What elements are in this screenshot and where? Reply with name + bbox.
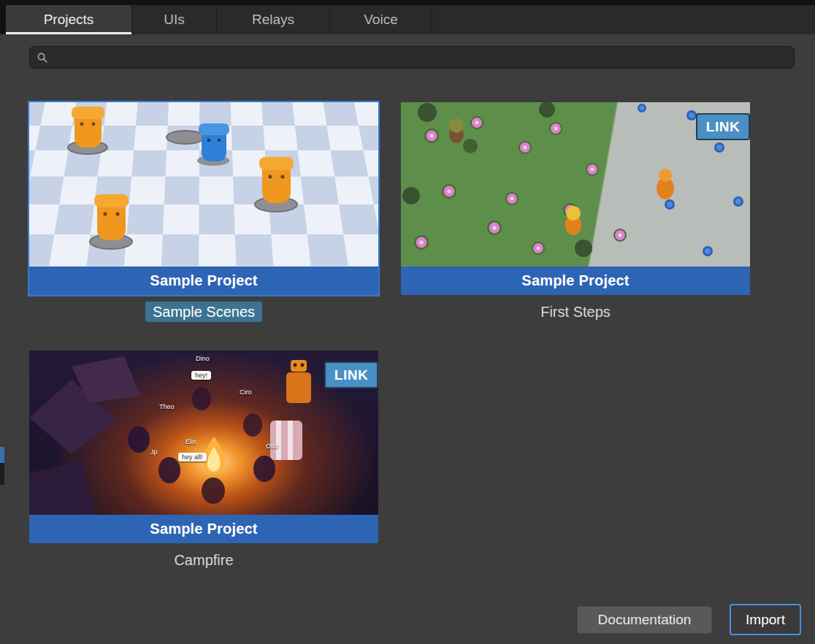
project-caption-row: Sample Scenes [29,304,378,321]
project-name-selected[interactable]: Sample Scenes [145,302,262,322]
tab-projects-label: Projects [44,12,94,28]
documentation-button[interactable]: Documentation [577,606,712,634]
thumbnail-image-checkerboard [29,102,378,267]
project-card-campfire[interactable]: Dino hey! Ciro Theo Elin Jp hey all! Ott… [29,350,378,591]
project-caption-row: Campfire [29,552,378,569]
link-badge: LINK [696,113,750,140]
project-banner: Sample Project [29,515,378,543]
tab-projects[interactable]: Projects [6,5,132,34]
robot-silhouette [286,360,311,403]
left-edge-selection-sliver [0,447,4,463]
project-thumbnail-sample-scenes[interactable]: Sample Project [29,102,378,295]
name-tag-ciro: Ciro [240,388,252,396]
name-tag-dino: Dino [196,355,210,362]
tab-uis[interactable]: UIs [132,5,217,34]
projects-panel: Projects UIs Relays Voice [0,0,815,644]
link-badge: LINK [324,361,378,388]
character-orange [657,169,674,199]
deck-chair [270,421,302,460]
character-yellow-hat [565,206,581,235]
project-name: Campfire [174,552,233,568]
name-tag-theo: Theo [159,403,175,410]
import-button[interactable]: Import [730,604,801,635]
tab-row: Projects UIs Relays Voice [6,5,815,34]
speech-bubble-hey-all: hey all! [178,453,207,461]
project-banner: Sample Project [401,267,750,295]
speech-bubble-hey: hey! [191,371,211,380]
search-field[interactable] [29,46,795,69]
tab-bar: Projects UIs Relays Voice [0,0,815,34]
name-tag-elin: Elin [185,438,196,445]
gardener-green-hat [449,118,464,143]
tab-relays[interactable]: Relays [217,5,330,34]
name-tag-otto: Otto [266,442,278,450]
tab-voice-label: Voice [364,12,397,28]
project-name: First Steps [540,304,611,320]
left-edge-dark-sliver [0,463,4,485]
project-thumbnail-campfire[interactable]: Dino hey! Ciro Theo Elin Jp hey all! Ott… [29,350,378,543]
project-caption-row: First Steps [401,304,750,321]
project-thumbnail-first-steps[interactable]: LINK Sample Project [401,102,750,295]
tab-uis-label: UIs [164,12,185,28]
tab-relays-label: Relays [252,12,294,28]
search-icon [37,53,47,63]
search-input[interactable] [53,50,787,64]
tab-voice[interactable]: Voice [330,5,432,34]
project-card-first-steps[interactable]: LINK Sample Project First Steps [401,102,750,343]
name-tag-jp: Jp [150,448,158,456]
dummy-characters-illustration [29,102,378,267]
project-card-sample-scenes[interactable]: Sample Project Sample Scenes [29,102,378,343]
project-banner: Sample Project [29,267,378,295]
